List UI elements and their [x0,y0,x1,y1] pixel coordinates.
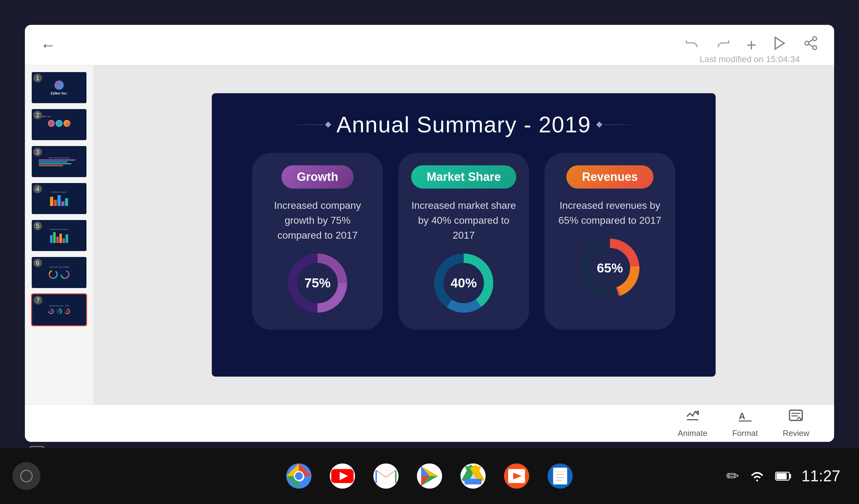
app-window: ← + [25,25,834,442]
battery-icon [775,471,792,482]
clock: 11:27 [801,467,840,485]
add-icon[interactable]: + [747,35,756,55]
wifi-icon [749,469,766,483]
youtube-icon[interactable] [325,459,360,493]
slide-thumb-2[interactable]: 2 About Zylker Inc. [31,108,87,141]
cards-row: Growth Increased company growth by 75% c… [237,153,691,330]
taskbar: ✏ 11:27 [0,448,859,504]
drive-icon[interactable] [456,459,490,493]
play-store-icon[interactable] [412,459,447,493]
revenue-badge: Revenues [566,165,653,189]
gmail-icon[interactable] [369,459,403,493]
svg-point-3 [813,46,817,50]
back-button[interactable]: ← [41,36,56,54]
main-slide-area: Annual Summary - 2019 Growth Increased c… [93,65,834,405]
last-modified: Last modified on 15:04:34 [700,54,800,64]
svg-point-1 [813,37,817,41]
slides-app-icon[interactable] [499,459,534,493]
review-label: Review [783,428,809,438]
market-donut: 40% [433,252,495,314]
growth-donut: 75% [286,252,349,314]
format-button[interactable]: A Format [732,409,758,438]
svg-text:65: 65 [66,311,68,312]
taskbar-right: ✏ 11:27 [726,467,840,485]
play-icon[interactable] [772,35,787,55]
undo-icon[interactable] [684,36,700,54]
svg-line-4 [809,44,813,47]
growth-badge: Growth [282,165,354,189]
animate-label: Animate [678,428,707,438]
revenue-percent: 65% [597,261,623,275]
svg-text:A: A [739,411,745,421]
top-bar-actions: + [684,35,818,55]
svg-line-5 [809,40,813,42]
slide-thumb-5[interactable]: 5 Adwords Performance [31,219,87,252]
svg-point-42 [295,472,303,480]
growth-description: Increased company growth by 75% compared… [261,198,374,243]
top-bar: ← + [25,25,834,65]
animate-icon [685,409,700,426]
slide-thumb-3[interactable]: 3 Zylker Marketing Strategy [31,145,87,178]
growth-card: Growth Increased company growth by 75% c… [252,153,383,330]
svg-rect-70 [776,473,786,479]
redo-icon[interactable] [715,36,731,54]
review-button[interactable]: Review [783,409,809,438]
current-slide: Annual Summary - 2019 Growth Increased c… [212,93,715,376]
svg-text:75: 75 [50,311,52,312]
svg-rect-64 [553,468,567,485]
animate-button[interactable]: Animate [678,409,707,438]
slide-thumb-7[interactable]: 7 Annual Summary - 2019 75 40 [31,293,87,326]
slide-thumb-6[interactable]: 6 Leads from Social Media [31,256,87,289]
market-badge: Market Share [411,165,516,189]
market-percent: 40% [451,275,477,290]
market-description: Increased market share by 40% compared t… [408,198,520,243]
slide-thumb-4[interactable]: 4 Realtime Analytics [31,183,87,215]
share-icon[interactable] [803,35,818,55]
format-icon: A [737,409,753,426]
market-share-card: Market Share Increased market share by 4… [398,153,529,330]
content-area: 1 Zylker Inc. 2 About Zylker Inc. [25,65,834,405]
svg-text:40: 40 [58,311,60,312]
review-icon [788,409,804,426]
svg-rect-69 [789,474,791,478]
revenues-card: Revenues Increased revenues by 65% compa… [545,153,675,330]
growth-percent: 75% [304,275,331,290]
format-label: Format [732,428,758,438]
files-icon[interactable] [543,459,577,493]
chrome-icon[interactable] [282,459,316,493]
svg-marker-0 [775,37,784,49]
revenue-donut: 65% [579,237,641,299]
slide-panel: 1 Zylker Inc. 2 About Zylker Inc. [25,65,93,405]
home-button[interactable] [12,462,41,490]
slide-title: Annual Summary - 2019 [286,112,641,137]
revenue-description: Increased revenues by 65% compared to 20… [554,198,666,228]
edit-icon[interactable]: ✏ [726,467,739,485]
svg-point-2 [805,41,809,45]
slide-thumb-1[interactable]: 1 Zylker Inc. [31,72,87,104]
bottom-toolbar: Animate A Format Review [25,405,834,442]
